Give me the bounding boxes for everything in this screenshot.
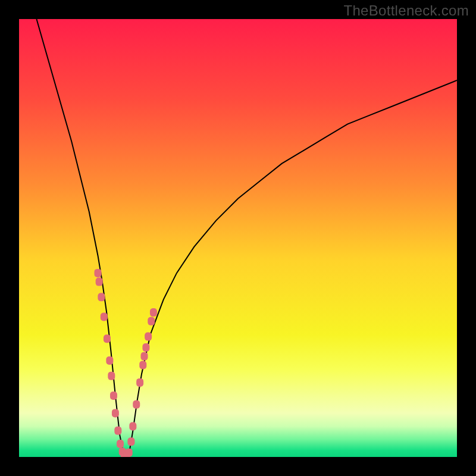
sample-marker (114, 427, 121, 435)
sample-marker (141, 352, 148, 361)
sample-marker (96, 278, 103, 286)
sample-marker (94, 269, 101, 277)
watermark-text: TheBottleneck.com (343, 2, 469, 19)
chart-frame: TheBottleneck.com (0, 0, 476, 476)
sample-marker (145, 333, 152, 341)
sample-marker (104, 334, 111, 343)
sample-marker (98, 293, 105, 301)
plot-area (19, 19, 457, 457)
curve-layer (19, 19, 457, 457)
sample-marker (110, 392, 117, 400)
sample-marker (126, 449, 133, 457)
sample-marker (139, 361, 146, 369)
sample-marker (150, 308, 157, 317)
sample-marker (108, 372, 115, 380)
sample-marker (117, 440, 124, 448)
sample-marker (148, 317, 155, 325)
sample-marker (129, 422, 136, 430)
sample-marker (133, 400, 140, 409)
sample-marker (136, 378, 143, 387)
sample-marker (106, 356, 113, 365)
sample-marker (127, 437, 134, 446)
sample-markers (94, 269, 156, 457)
sample-marker (112, 409, 119, 417)
sample-marker (142, 343, 149, 352)
sample-marker (101, 312, 108, 321)
bottleneck-curve (36, 19, 457, 457)
